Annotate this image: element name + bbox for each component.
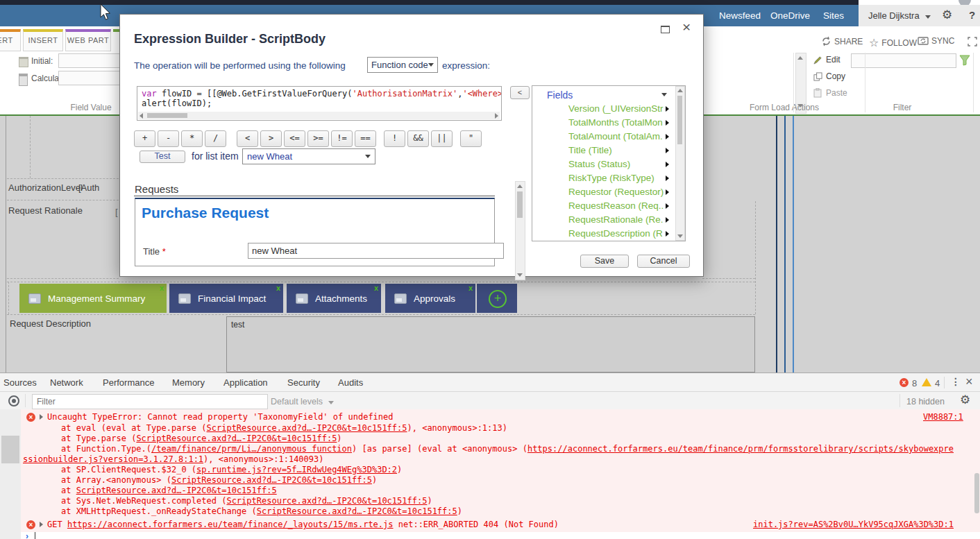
warning-count[interactable]: 4 (935, 378, 940, 388)
ribbon-tab-sliver[interactable] (113, 29, 119, 32)
chevron-right-icon[interactable] (666, 231, 669, 237)
chevron-right-icon[interactable] (666, 120, 669, 126)
field-item[interactable]: Version (_UIVersionStr (568, 103, 664, 114)
operator-button[interactable]: < (237, 130, 258, 147)
close-icon[interactable]: x (276, 284, 280, 292)
mode-select[interactable]: Function code (367, 57, 438, 73)
initial-input[interactable] (58, 53, 122, 68)
scroll-left-icon[interactable] (140, 113, 143, 119)
close-icon[interactable]: × (682, 19, 691, 35)
console-scrollbar-thumb[interactable] (974, 473, 979, 513)
code-editor[interactable]: var flowID = [[@Web.GetFirstValueForQuer… (137, 86, 502, 121)
close-devtools-icon[interactable]: × (965, 375, 973, 389)
close-icon[interactable]: x (160, 284, 164, 292)
calculated-input[interactable] (58, 71, 122, 85)
suite-link-newsfeed[interactable]: Newsfeed (719, 10, 761, 21)
field-item[interactable]: TotalMonths (TotalMon (568, 117, 663, 128)
tab-financial-impact[interactable]: Financial Impact x (169, 284, 283, 313)
follow-button[interactable]: ☆ FOLLOW (869, 36, 917, 49)
suite-link-onedrive[interactable]: OneDrive (770, 10, 810, 21)
operator-button[interactable]: != (331, 130, 353, 147)
field-item[interactable]: Status (Status) (568, 159, 630, 169)
console-settings-gear-icon[interactable]: ⚙ (960, 393, 970, 407)
ribbon-tab-webpart[interactable]: WEB PART (65, 29, 111, 51)
source-link[interactable]: ScriptResource.axd?d…-IP2C0&t=10c151ff:5 (257, 506, 457, 516)
hidden-count[interactable]: 18 hidden (906, 397, 945, 407)
operator-button[interactable]: && (407, 130, 429, 147)
kebab-menu-icon[interactable]: ⋮ (951, 376, 961, 387)
chevron-right-icon[interactable] (666, 203, 669, 209)
levels-dropdown[interactable]: Default levels (271, 397, 334, 407)
help-icon[interactable]: ? (969, 9, 975, 21)
error-count[interactable]: 8 (912, 378, 917, 388)
devtools-tab-memory[interactable]: Memory (172, 377, 205, 388)
preview-scrollbar[interactable] (515, 181, 525, 280)
field-item[interactable]: RequestReason (Req.. (568, 200, 664, 211)
list-item-select[interactable]: new Wheat (242, 148, 375, 164)
fullscreen-icon[interactable] (968, 37, 977, 46)
operator-button[interactable]: >= (307, 130, 329, 147)
user-menu[interactable]: Jelle Dijkstra (868, 10, 931, 21)
scroll-right-icon[interactable] (495, 113, 498, 119)
share-button[interactable]: SHARE (821, 36, 863, 46)
sync-button[interactable]: SYNC (918, 36, 954, 46)
save-button[interactable]: Save (580, 255, 629, 268)
console-error-entry[interactable]: × GET https://aconnect.forfarmers.eu/tea… (21, 517, 980, 533)
console-gutter[interactable] (0, 409, 22, 539)
source-link[interactable]: ScriptResource.axd?d…-IP2C0&t=10c151ff:5 (171, 475, 372, 485)
edit-button[interactable]: Edit (813, 55, 840, 65)
ribbon-tab-partial[interactable]: ERT (0, 29, 21, 51)
close-icon[interactable]: x (374, 284, 378, 292)
source-link[interactable]: ScriptResource.axd?d…-IP2C0&t=10c151ff:5 (226, 496, 427, 506)
devtools-tab-security[interactable]: Security (287, 377, 320, 388)
tab-attachments[interactable]: Attachments x (287, 284, 381, 313)
chevron-right-icon[interactable] (666, 106, 669, 112)
chevron-right-icon[interactable] (666, 176, 669, 181)
devtools-tab-sources[interactable]: Sources (3, 377, 37, 388)
scroll-thumb[interactable] (1, 436, 19, 463)
chevron-right-icon[interactable] (666, 148, 669, 153)
fields-scrollbar[interactable] (675, 86, 685, 241)
paste-button[interactable]: Paste (813, 88, 847, 98)
devtools-tab-performance[interactable]: Performance (103, 377, 154, 388)
console-filter-input[interactable] (32, 394, 268, 409)
operator-button[interactable]: ! (384, 130, 405, 147)
collapse-button[interactable]: < (510, 86, 530, 99)
operator-button[interactable]: / (205, 130, 226, 147)
field-item[interactable]: RequestRationale (Re. (568, 214, 664, 225)
source-link[interactable]: ScriptResource.axd?d…-IP2C0&t=10c151ff:5 (136, 434, 337, 443)
code-hscrollbar[interactable] (138, 112, 500, 119)
ribbon-tab-insert[interactable]: INSERT (23, 29, 63, 51)
gear-icon[interactable]: ⚙ (942, 8, 952, 22)
source-link[interactable]: ScriptResource.axd?d…-IP2C0&t=10c151ff:5 (207, 423, 407, 433)
close-icon[interactable]: x (468, 284, 473, 292)
tab-approvals[interactable]: Approvals x (385, 284, 475, 313)
error-count-icon[interactable]: × (899, 378, 909, 387)
devtools-tab-application[interactable]: Application (223, 377, 268, 388)
tab-management-summary[interactable]: Management Summary x (19, 284, 167, 313)
scroll-up-icon[interactable] (677, 89, 683, 92)
chevron-right-icon[interactable] (666, 217, 669, 223)
source-link[interactable]: ScriptResource.axd?d…-IP2C0&t=10c151ff:5 (76, 486, 277, 495)
scroll-down-icon[interactable] (677, 234, 683, 238)
operator-button[interactable]: <= (284, 130, 305, 147)
devtools-tab-network[interactable]: Network (50, 377, 83, 388)
operator-button[interactable]: * (181, 130, 203, 147)
source-link[interactable]: https://aconnect.forfarmers.eu/team/fina… (67, 520, 394, 529)
source-link[interactable]: /team/finance/prm/Li…/anonymous function (151, 444, 352, 454)
error-source-link[interactable]: init.js?rev=AS%2Bv0U…YkV95cqJXGA%3D%3D:1 (753, 520, 954, 530)
fields-header[interactable]: Fields (547, 89, 573, 101)
operator-button[interactable]: - (158, 130, 179, 147)
scroll-thumb[interactable] (517, 191, 523, 218)
source-link[interactable]: sp.runtime.js?rev=5f…IRdwUeg4WEg%3D%3D:2 (196, 465, 397, 474)
request-rationale-value[interactable]: [ (115, 207, 118, 217)
scroll-down-icon[interactable] (517, 273, 523, 277)
operator-button[interactable]: > (260, 130, 282, 147)
operator-button[interactable]: == (355, 130, 376, 147)
scroll-thumb[interactable] (147, 113, 187, 118)
field-item[interactable]: RequestDescription (R (568, 228, 663, 239)
suite-link-sites[interactable]: Sites (823, 10, 844, 21)
field-item[interactable]: Title (Title) (568, 145, 612, 155)
operator-button[interactable]: + (134, 130, 155, 147)
maximize-icon[interactable] (661, 26, 670, 33)
